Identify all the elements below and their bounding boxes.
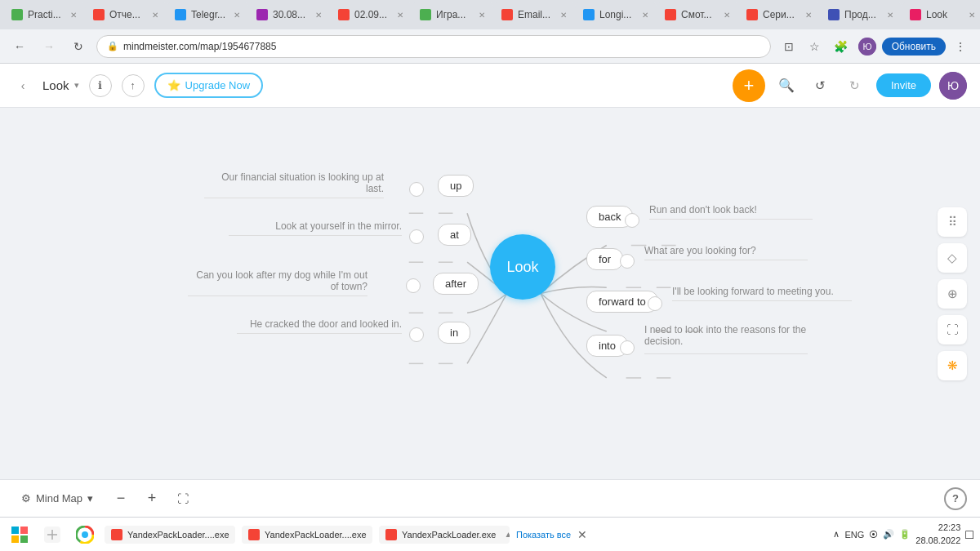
upgrade-button[interactable]: ⭐ Upgrade Now xyxy=(154,73,264,98)
taskbar-chrome-icon[interactable] xyxy=(72,522,98,548)
canvas-area: Look back Run and don't look back! for W… xyxy=(0,108,980,479)
sidebar-shape-icon[interactable]: ◇ xyxy=(938,243,967,273)
menu-button[interactable]: ⋮ xyxy=(949,35,972,58)
mindmap-type-button[interactable]: ⚙ Mind Map ▾ xyxy=(13,489,101,508)
tab-longi[interactable]: Longi... ✕ xyxy=(575,2,657,28)
tab-label: 30.08... xyxy=(273,9,310,20)
help-button[interactable]: ? xyxy=(944,487,967,510)
tab-favicon xyxy=(665,9,676,20)
sidebar-apps-icon[interactable]: ❋ xyxy=(938,351,967,380)
taskbar-right: ∧ ENG ⦿ 🔊 🔋 22:23 28.08.2022 □ xyxy=(833,522,973,547)
extensions-button[interactable]: 🧩 xyxy=(830,35,853,58)
tab-02[interactable]: 02.09... ✕ xyxy=(330,2,412,28)
forward-button[interactable]: → xyxy=(38,35,60,58)
svg-point-26 xyxy=(82,531,88,538)
tab-close-icon[interactable]: ✕ xyxy=(642,11,648,20)
sidebar-grid-icon[interactable]: ⠿ xyxy=(938,207,967,237)
tab-close-icon[interactable]: ✕ xyxy=(887,11,893,20)
svg-text:Ю: Ю xyxy=(947,79,959,92)
center-node[interactable]: Look xyxy=(490,234,555,300)
tab-close-icon[interactable]: ✕ xyxy=(805,11,812,20)
info-button[interactable]: ℹ xyxy=(89,74,112,97)
redo-button[interactable]: ↻ xyxy=(842,73,868,99)
profile-button[interactable]: Ю xyxy=(856,35,879,58)
sidebar-zoom-icon[interactable]: ⊕ xyxy=(938,279,967,309)
mindmap-chevron-icon: ▾ xyxy=(87,492,93,504)
bookmark-button[interactable]: ☆ xyxy=(804,35,826,58)
undo-button[interactable]: ↺ xyxy=(808,73,834,99)
tab-game[interactable]: Игра... ✕ xyxy=(412,2,493,28)
tab-series[interactable]: Сери... ✕ xyxy=(738,2,820,28)
leaf-text-up: Our financial situation is looking up at… xyxy=(204,171,384,198)
map-title[interactable]: Look ▾ xyxy=(42,78,79,92)
branch-node-after[interactable]: after xyxy=(433,273,479,295)
chevron-up-icon: ▲ xyxy=(504,530,510,539)
show-all-button[interactable]: Показать все xyxy=(516,530,571,540)
tab-close-icon[interactable]: ✕ xyxy=(315,11,322,20)
sidebar-expand-icon[interactable]: ⛶ xyxy=(938,315,967,344)
connector-circle-at xyxy=(409,229,424,244)
address-bar[interactable]: 🔒 mindmeister.com/map/1954677885 xyxy=(96,35,771,58)
tab-close-icon[interactable]: ✕ xyxy=(234,11,240,20)
taskbar-search-icon[interactable] xyxy=(39,522,65,548)
back-button[interactable]: ‹ xyxy=(13,76,33,96)
tab-favicon xyxy=(338,9,350,20)
search-button[interactable]: 🔍 xyxy=(773,73,800,99)
reload-button[interactable]: ↻ xyxy=(67,35,90,58)
bottom-toolbar: ⚙ Mind Map ▾ − + ⛶ ? xyxy=(0,479,980,517)
branch-node-up[interactable]: up xyxy=(438,175,474,197)
tab-practi[interactable]: Practi... ✕ xyxy=(3,2,85,28)
fit-button[interactable]: ⛶ xyxy=(172,487,194,510)
cast-button[interactable]: ⊡ xyxy=(777,35,800,58)
zoom-minus-button[interactable]: − xyxy=(109,487,132,510)
back-button[interactable]: ← xyxy=(8,35,31,58)
tab-close-icon[interactable]: ✕ xyxy=(397,11,403,20)
tab-favicon xyxy=(501,9,513,20)
update-button[interactable]: Обновить xyxy=(882,38,946,56)
tab-close-icon[interactable]: ✕ xyxy=(560,11,567,20)
invite-button[interactable]: Invite xyxy=(876,73,931,97)
tab-prod[interactable]: Прод... ✕ xyxy=(820,2,902,28)
tab-look1[interactable]: Look ✕ xyxy=(902,2,980,28)
svg-text:Ю: Ю xyxy=(862,42,871,51)
download-button[interactable]: ↑ xyxy=(122,74,145,97)
download-label-2: YandexPackLoader....exe xyxy=(265,530,367,540)
expand-tray-icon[interactable]: ∧ xyxy=(833,529,840,540)
tab-close-icon[interactable]: ✕ xyxy=(724,11,730,20)
tab-label: Прод... xyxy=(844,9,882,20)
user-avatar[interactable]: Ю xyxy=(939,72,967,100)
tab-favicon xyxy=(910,9,921,20)
branch-node-in[interactable]: in xyxy=(438,322,470,344)
add-button[interactable]: + xyxy=(733,69,765,102)
notification-icon[interactable]: □ xyxy=(965,527,973,542)
taskbar-download-3[interactable]: YandexPackLoader.exe ▲ xyxy=(379,526,510,544)
tab-watch[interactable]: Смот... ✕ xyxy=(657,2,738,28)
tab-30[interactable]: 30.08... ✕ xyxy=(248,2,330,28)
tab-close-icon[interactable]: ✕ xyxy=(70,11,77,20)
tab-close-icon[interactable]: ✕ xyxy=(969,11,975,20)
tab-close-icon[interactable]: ✕ xyxy=(152,11,158,20)
branch-node-for[interactable]: for xyxy=(586,248,623,270)
volume-icon[interactable]: 🔊 xyxy=(883,529,894,540)
branch-label-at: at xyxy=(450,229,459,241)
tab-telegram[interactable]: Telegr... ✕ xyxy=(167,2,248,28)
branch-label-into: into xyxy=(599,340,616,352)
leaf-text-into: I need to look into the reasons for the … xyxy=(644,324,808,354)
taskbar-download-2[interactable]: YandexPackLoader....exe ▲ xyxy=(242,526,372,544)
leaf-text-in: He cracked the door and looked in. xyxy=(237,318,402,334)
tab-close-icon[interactable]: ✕ xyxy=(479,11,485,20)
lang-indicator: ENG xyxy=(844,530,864,540)
branch-node-at[interactable]: at xyxy=(438,224,471,246)
tab-label: Email... xyxy=(518,9,555,20)
download-label-3: YandexPackLoader.exe xyxy=(402,530,496,540)
tab-email[interactable]: Email... ✕ xyxy=(493,2,575,28)
branch-label-for: for xyxy=(599,253,611,265)
close-downloads-icon[interactable]: ✕ xyxy=(577,528,587,541)
taskbar-download-1[interactable]: YandexPackLoader....exe ▲ xyxy=(105,526,235,544)
tab-report[interactable]: Отче... ✕ xyxy=(85,2,167,28)
start-button[interactable] xyxy=(7,522,33,548)
tab-favicon xyxy=(11,9,23,20)
mindmap-type-label: Mind Map xyxy=(36,492,82,504)
zoom-plus-button[interactable]: + xyxy=(140,487,163,510)
tab-favicon xyxy=(746,9,758,20)
